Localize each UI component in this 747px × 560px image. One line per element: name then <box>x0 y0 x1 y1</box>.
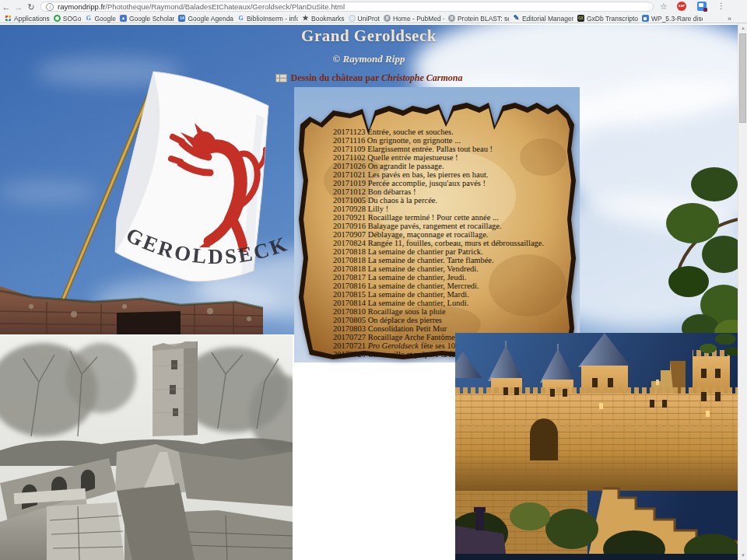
messenger-extension-icon[interactable] <box>697 2 707 11</box>
journal-entry[interactable]: 20171116 On grignotte, on grignotte ... <box>333 136 566 145</box>
leaf-cluster-overlay <box>689 327 738 358</box>
scrollbar-thumb[interactable] <box>739 33 746 123</box>
bookmark-label: UniProt <box>358 15 380 23</box>
navigation-bar: ← → ↻ i raymondripp.fr/Phototheque/Raymo… <box>0 0 747 13</box>
adblock-extension-icon[interactable]: ABP <box>677 2 686 11</box>
journal-entry[interactable]: 20170805 On déplace des pierres <box>333 316 566 324</box>
bookmark-gxdb-transcriptomic[interactable]: GXGxDb Transcriptomic <box>577 15 638 23</box>
star-black-icon: ★ <box>302 15 309 22</box>
url-text[interactable]: raymondripp.fr/Phototheque/Raymond/Balad… <box>58 2 345 11</box>
back-icon[interactable]: ← <box>0 1 12 13</box>
journal-entry[interactable]: 20170907 Déblayage, maçonnage et rocaill… <box>333 230 566 239</box>
bookmark-label: Home - PubMed - N <box>393 15 444 23</box>
journal-entry[interactable]: 20171021 Les pavés en bas, les pierres e… <box>333 170 566 179</box>
journal-entry[interactable]: 20171005 Du chaos à la percée. <box>333 196 566 205</box>
wp-icon <box>642 15 649 22</box>
bookmark-protein-blast-searc[interactable]: SProtein BLAST: searc <box>448 15 509 23</box>
bookmarks-overflow-chevron[interactable]: » <box>728 15 742 23</box>
journal-list: 20171123 Entrée, souche et souches.20171… <box>333 128 566 359</box>
page-info-icon[interactable]: i <box>46 3 54 11</box>
forward-icon[interactable]: → <box>12 1 25 13</box>
journal-entry[interactable]: 20171102 Quelle entrée majestueuse ! <box>333 153 566 162</box>
drawing-thumbnail-icon[interactable] <box>275 74 287 82</box>
night-castle-photo <box>455 333 738 560</box>
bookmark-label: GxDb Transcriptomic <box>587 15 638 23</box>
page-title: Grand Geroldseck <box>0 26 738 46</box>
bookmark-label: Applications <box>14 15 50 23</box>
bookmark-biblioinserm-inform[interactable]: GBiblioInserm - inform <box>237 15 298 23</box>
journal-entry[interactable]: 20170916 Balayage pavés, rangement et ro… <box>333 222 566 230</box>
bookmark-wp-5-3-rare-disease[interactable]: WP_5.3-Rare disease <box>642 15 703 23</box>
google-g-icon: G <box>85 15 92 22</box>
bookmark-label: BiblioInserm - inform <box>247 15 298 23</box>
bookmark-google[interactable]: GGoogle <box>85 15 115 23</box>
gx-icon: GX <box>577 15 584 22</box>
bookmark-label: Google Scholar <box>129 15 175 23</box>
screenshot-root: ← → ↻ i raymondripp.fr/Phototheque/Raymo… <box>0 0 747 560</box>
scroll-up-arrow-icon[interactable]: ▲ <box>738 23 747 33</box>
journal-entry[interactable]: 20171109 Elargissemnt entrée. Pallas tou… <box>333 145 566 153</box>
bookmark-google-agenda[interactable]: 14Google Agenda <box>178 15 233 23</box>
sogo-icon <box>54 15 61 22</box>
apps-grid-icon <box>5 15 12 22</box>
journal-entry[interactable]: 20170921 Rocaillage terminé ! Pour cette… <box>333 213 566 222</box>
bookmark-label: WP_5.3-Rare disease <box>651 15 703 23</box>
uniprot-icon <box>349 15 356 22</box>
page-subtitle: © Raymond Ripp <box>0 53 738 65</box>
journal-entry[interactable]: 20170824 Rangée 11, fouilles, corbeau, m… <box>333 239 566 247</box>
google-g-icon: G <box>237 15 244 22</box>
bookmark-label: Google <box>94 15 115 23</box>
journal-entry[interactable]: 20170803 Consolidation Petit Mur <box>333 324 566 333</box>
scholar-icon: ▴ <box>120 15 127 22</box>
bookmark-bookmarks[interactable]: ★Bookmarks <box>302 15 345 23</box>
bookmark-home-pubmed-n[interactable]: SHome - PubMed - N <box>384 15 444 23</box>
journal-entry[interactable]: 20171123 Entrée, souche et souches. <box>333 128 566 136</box>
vertical-scrollbar[interactable]: ▲ ▼ <box>738 23 747 560</box>
reload-icon[interactable]: ↻ <box>25 1 37 13</box>
journal-entry[interactable]: 20170815 La semaine de chantier, Mardi. <box>333 290 566 299</box>
journal-entry[interactable]: 20171019 Percée accomplie, jusqu'aux pav… <box>333 179 566 187</box>
journal-entry[interactable]: 20170816 La semaine de chantier, Mercred… <box>333 282 566 290</box>
drawing-link-author: Christophe Carmona <box>381 72 462 83</box>
bookmark-applications[interactable]: Applications <box>5 15 50 23</box>
ruins-bw-photo <box>0 335 293 560</box>
ncbi-icon: S <box>448 15 455 22</box>
journal-entry[interactable]: 20170818 La semaine de chantier, Vendred… <box>333 264 566 273</box>
agenda-icon: 14 <box>178 15 185 22</box>
bookmark-uniprot[interactable]: UniProt <box>349 15 380 23</box>
browser-toolbar: ← → ↻ i raymondripp.fr/Phototheque/Raymo… <box>0 0 747 23</box>
bookmark-label: Google Agenda <box>188 15 233 23</box>
bookmarks-bar: ApplicationsSOGoGGoogle▴Google Scholar14… <box>0 13 747 23</box>
bookmark-label: Editorial Manager® <box>522 15 573 23</box>
journal-entry[interactable]: 20171026 On agrandit le passage. <box>333 162 566 170</box>
parchment-scroll: 20171123 Entrée, souche et souches.20171… <box>294 87 580 362</box>
journal-entry[interactable]: 20170818 La semaine de chantier. Tarte f… <box>333 256 566 264</box>
address-bar[interactable]: i raymondripp.fr/Phototheque/Raymond/Bal… <box>40 2 654 12</box>
editorial-icon: ✎ <box>513 15 520 22</box>
journal-entry[interactable]: 20170810 Rocaillage sous la pluie <box>333 307 566 316</box>
bookmark-star-icon[interactable]: ☆ <box>658 1 669 12</box>
journal-entry[interactable]: 20170817 La semaine de chantier, Jeudi. <box>333 273 566 282</box>
bookmark-editorial-manager-[interactable]: ✎Editorial Manager® <box>513 15 573 23</box>
journal-entry[interactable]: 20170928 Lilly ! <box>333 205 566 213</box>
journal-entry[interactable]: 20170818 La semaine de chantier par Patr… <box>333 247 566 256</box>
ncbi-icon: S <box>384 15 391 22</box>
journal-entry[interactable]: 20171012 Bon débarras ! <box>333 187 566 196</box>
chrome-menu-icon[interactable]: ⋮ <box>716 1 727 12</box>
bookmark-label: Protein BLAST: searc <box>458 15 509 23</box>
bookmark-label: Bookmarks <box>311 15 345 23</box>
bookmark-label: SOGo <box>63 15 82 23</box>
bookmark-sogo[interactable]: SOGo <box>54 15 82 23</box>
bookmark-google-scholar[interactable]: ▴Google Scholar <box>120 15 175 23</box>
drawing-link-prefix: Dessin du château par <box>291 72 379 83</box>
scroll-down-arrow-icon[interactable]: ▼ <box>738 551 747 560</box>
drawing-link[interactable]: Dessin du château par Christophe Carmona <box>0 72 738 84</box>
journal-entry[interactable]: 20170814 La semaine de chantier, Lundi. <box>333 299 566 307</box>
